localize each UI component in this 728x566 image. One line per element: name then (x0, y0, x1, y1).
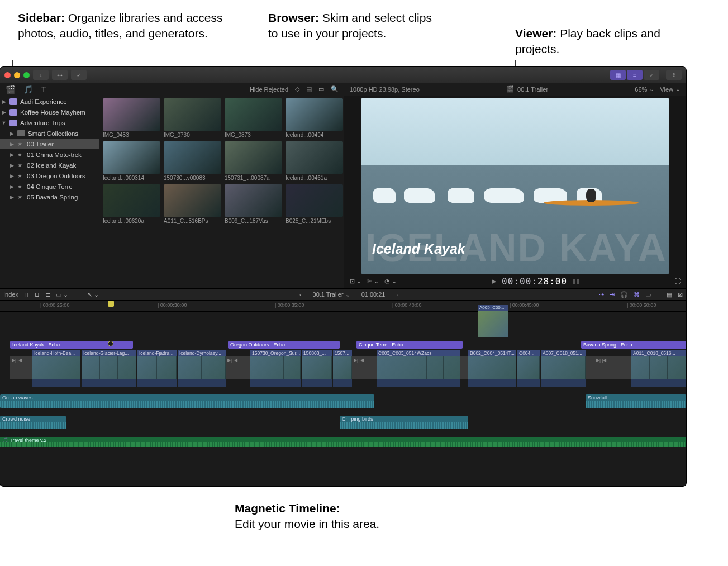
video-clip[interactable]: 150730_Oregon_Sur... (250, 350, 301, 387)
video-clip[interactable]: A011_C018_0516... (631, 350, 686, 387)
audio-clip[interactable]: Ocean waves (0, 394, 374, 408)
fullscreen-icon[interactable]: ⛶ (674, 278, 681, 284)
titles-sidebar-icon[interactable]: T (41, 85, 51, 94)
sidebar-item[interactable]: ▼Adventure Trips (0, 117, 99, 128)
disclosure-icon[interactable]: ▶ (9, 173, 15, 179)
clip-appearance-icon[interactable]: ▤ (306, 85, 312, 93)
sidebar-item[interactable]: ▶★05 Bavaria Spring (0, 192, 99, 202)
clip-thumbnail[interactable]: Iceland...00461a (286, 141, 343, 181)
video-clip[interactable]: C004... (517, 350, 540, 387)
audio-skimming-icon[interactable]: ⇥ (610, 291, 615, 298)
sidebar-item[interactable]: ▶★01 China Moto-trek (0, 149, 99, 160)
sidebar-item[interactable]: ▶★02 Iceland Kayak (0, 160, 99, 170)
append-clip-icon[interactable]: ⊏ (45, 291, 50, 298)
time-ruler[interactable]: | 00:00:25:00| 00:00:30:00| 00:00:35:00|… (0, 301, 686, 312)
video-clip[interactable]: Iceland-Glacier-Lag... (82, 350, 136, 387)
title-clip[interactable]: Cinque Terre - Echo (356, 341, 463, 349)
title-clip[interactable]: Iceland Kayak - Echo (10, 341, 133, 349)
lanes-icon[interactable]: ▭ (645, 291, 651, 298)
overwrite-clip-icon[interactable]: ▭ ⌄ (56, 291, 68, 298)
timeline-effects-icon[interactable]: ⊠ (678, 291, 683, 298)
disclosure-icon[interactable]: ▶ (9, 184, 15, 189)
video-clip[interactable]: Iceland-Dyrholaey... (178, 350, 226, 387)
insert-clip-icon[interactable]: ⊔ (35, 291, 40, 298)
timeline-toggle-button[interactable]: ≡ (627, 70, 643, 80)
clip-thumbnail[interactable]: Iceland...00494 (286, 98, 343, 138)
gap-clip[interactable]: ▶| |◀ (226, 356, 250, 379)
list-view-icon[interactable]: ▭ (318, 85, 324, 93)
browser-toggle-button[interactable]: ▦ (610, 70, 626, 80)
video-clip[interactable]: A007_C018_051... (541, 350, 586, 387)
gap-clip[interactable]: ▶| |◀ (10, 356, 32, 379)
timeline-index-button[interactable]: Index (3, 291, 18, 298)
connect-clip-icon[interactable]: ⊓ (24, 291, 29, 298)
video-clip[interactable]: C003_C003_0514WZacs (377, 350, 460, 387)
keyword-button[interactable]: ⊶ (52, 70, 68, 80)
photos-sidebar-icon[interactable]: 🎵 (23, 85, 34, 94)
gap-clip[interactable] (460, 356, 468, 379)
video-clip[interactable]: B002_C004_0514T... (468, 350, 516, 387)
minimize-icon[interactable] (14, 72, 20, 78)
disclosure-icon[interactable]: ▶ (1, 99, 7, 104)
snapping-icon[interactable]: ⌘ (634, 291, 640, 298)
retime-tool-icon[interactable]: ✄ ⌄ (367, 278, 379, 285)
transform-tool-icon[interactable]: ⊡ ⌄ (350, 278, 361, 285)
clip-appearance-icon[interactable]: ▤ (667, 291, 672, 298)
inspector-toggle-button[interactable]: ⎚ (644, 70, 659, 80)
audio-clip[interactable]: Crowd noise (0, 416, 66, 429)
gap-clip[interactable]: ▶| |◀ (594, 356, 631, 379)
sidebar-item[interactable]: ▶★03 Oregon Outdoors (0, 170, 99, 181)
timeline-forward-icon[interactable]: › (396, 291, 398, 298)
audio-clip[interactable]: Snowfall (586, 394, 686, 408)
clip-thumbnail[interactable]: 150731_...00087a (225, 141, 282, 181)
sidebar-item[interactable]: ▶Audi Experience (0, 96, 99, 107)
gap-clip[interactable]: ▶| |◀ (352, 356, 377, 379)
solo-icon[interactable]: 🎧 (620, 291, 628, 298)
title-clip[interactable]: Bavaria Spring - Echo (581, 341, 686, 349)
clip-thumbnail[interactable]: IMG_0873 (225, 98, 282, 138)
sidebar-item[interactable]: ▶Smart Collections (0, 128, 99, 139)
audio-clip[interactable]: Chirping birds (340, 416, 468, 429)
disclosure-icon[interactable]: ▶ (9, 141, 15, 147)
disclosure-icon[interactable]: ▶ (9, 152, 15, 158)
timeline-project-dropdown[interactable]: 00.1 Trailer ⌄ (313, 291, 350, 298)
video-clip[interactable]: 1507... (333, 350, 352, 387)
video-clip[interactable]: Iceland-Hofn-Bea... (32, 350, 80, 387)
audio-meter-icon[interactable]: ▮▮ (573, 278, 579, 285)
clip-thumbnail[interactable]: B009_C...187Vas (225, 184, 282, 224)
library-sidebar-icon[interactable]: 🎬 (6, 85, 16, 94)
play-icon[interactable]: ▶ (492, 278, 496, 285)
title-clip[interactable]: Oregon Outdoors - Echo (228, 341, 340, 349)
view-dropdown[interactable]: View (660, 86, 673, 93)
skimming-icon[interactable]: ⇢ (599, 291, 604, 298)
clip-thumbnail[interactable]: IMG_0453 (103, 98, 160, 138)
clip-thumbnail[interactable]: Iceland...000314 (103, 141, 160, 181)
playhead[interactable] (111, 301, 111, 485)
disclosure-icon[interactable]: ▼ (1, 120, 7, 126)
clip-thumbnail[interactable]: IMG_0730 (164, 98, 221, 138)
share-button[interactable]: ⇪ (666, 70, 682, 80)
clip-thumbnail[interactable]: 150730...v00083 (164, 141, 221, 181)
sidebar-item[interactable]: ▶Koffee House Mayhem (0, 107, 99, 117)
connected-clip[interactable]: A005_C00... (478, 311, 508, 337)
viewer-frame[interactable]: ICELAND KAYAK Iceland Kayak (361, 98, 669, 274)
zoom-dropdown[interactable]: 66% (635, 86, 647, 93)
video-clip[interactable]: Iceland-Fjadra... (137, 350, 177, 387)
import-button[interactable]: ↓ (33, 70, 49, 80)
disclosure-icon[interactable]: ▶ (9, 163, 15, 168)
disclosure-icon[interactable]: ▶ (1, 110, 7, 115)
disclosure-icon[interactable]: ▶ (9, 194, 15, 200)
search-icon[interactable]: 🔍 (331, 85, 339, 93)
clip-thumbnail[interactable]: A011_C...516BPs (164, 184, 221, 224)
gap-clip[interactable] (586, 356, 594, 379)
background-tasks-button[interactable]: ✓ (71, 70, 87, 80)
sidebar-item[interactable]: ▶★00 Trailer (0, 139, 99, 149)
close-icon[interactable] (4, 72, 11, 78)
timeline-back-icon[interactable]: ‹ (299, 291, 302, 298)
clip-filter-dropdown[interactable]: Hide Rejected (250, 86, 288, 93)
select-tool-icon[interactable]: ↖ ⌄ (87, 291, 99, 298)
disclosure-icon[interactable]: ▶ (9, 131, 15, 136)
magnetic-timeline[interactable]: | 00:00:25:00| 00:00:30:00| 00:00:35:00|… (0, 301, 686, 485)
music-clip[interactable]: 🎵 Travel theme v.2 (0, 437, 686, 447)
video-clip[interactable]: 150803_... (302, 350, 332, 387)
